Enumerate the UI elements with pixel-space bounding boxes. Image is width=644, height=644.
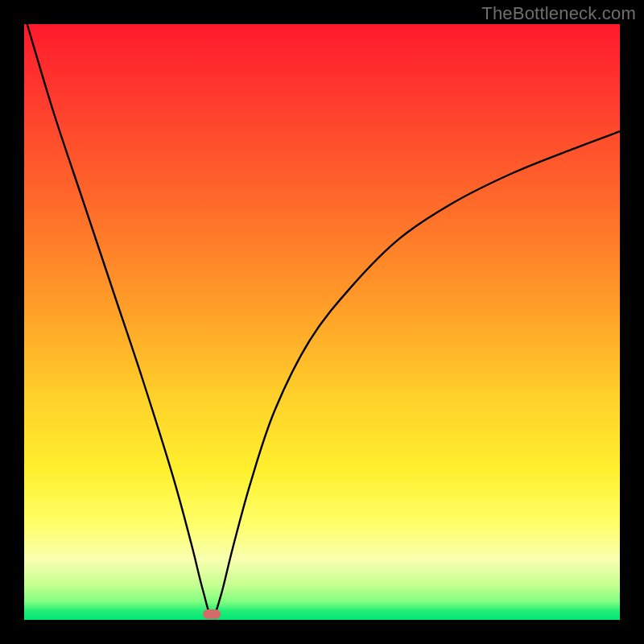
watermark-text: TheBottleneck.com [481, 3, 636, 24]
optimal-point-marker [203, 609, 221, 619]
chart-stage: TheBottleneck.com [0, 0, 644, 644]
plot-area [24, 24, 620, 620]
bottleneck-curve [24, 24, 620, 620]
